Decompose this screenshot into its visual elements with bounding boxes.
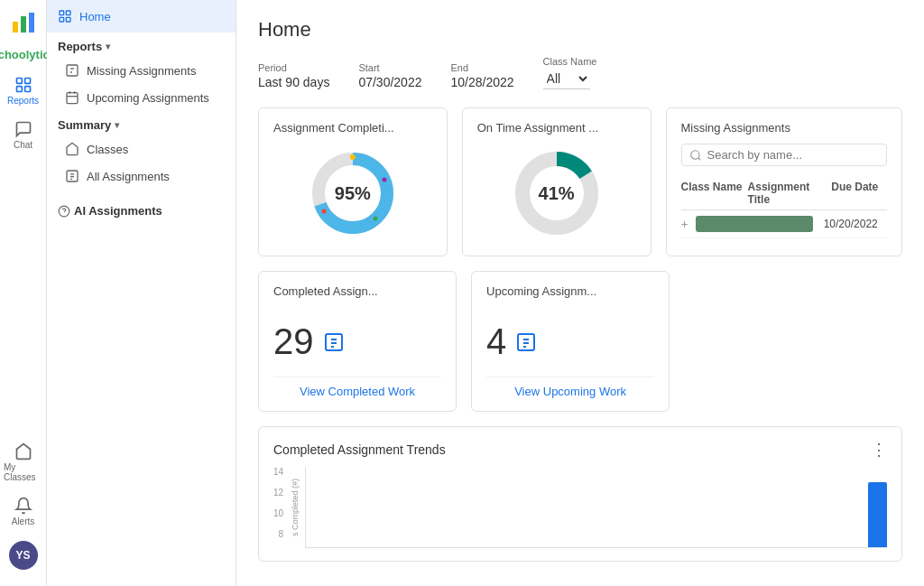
search-icon <box>689 149 702 162</box>
svg-rect-1 <box>13 22 18 33</box>
sidebar-item-missing-assignments[interactable]: Missing Assignments <box>47 57 236 84</box>
view-completed-link[interactable]: View Completed Work <box>273 377 441 398</box>
card-upcoming-title: Upcoming Assignm... <box>486 284 654 298</box>
missing-bar <box>696 216 813 232</box>
sidebar-home[interactable]: Home <box>47 0 236 33</box>
due-date: 10/20/2022 <box>824 218 878 230</box>
icon-bar-myclasses-label: My Classes <box>4 462 42 482</box>
filter-bar: Period Last 90 days Start 07/30/2022 End… <box>258 56 902 89</box>
svg-point-33 <box>690 150 698 158</box>
col-header-title: Assignment Title <box>748 181 832 206</box>
reports-dropdown-icon: ▾ <box>106 42 110 51</box>
sidebar-item-upcoming-assignments[interactable]: Upcoming Assignments <box>47 84 236 111</box>
upcoming-count-body: 4 <box>486 307 654 369</box>
missing-table-header: Class Name Assignment Title Due Date <box>681 177 887 210</box>
svg-rect-3 <box>29 13 34 33</box>
icon-bar-reports-label: Reports <box>7 96 39 106</box>
svg-rect-5 <box>24 79 30 84</box>
svg-rect-9 <box>66 11 70 15</box>
svg-point-27 <box>350 154 356 160</box>
icon-bar-myclasses[interactable]: My Classes <box>0 435 46 489</box>
svg-point-28 <box>382 178 386 182</box>
y-label-14: 14 <box>273 467 283 477</box>
svg-rect-11 <box>66 17 70 22</box>
sidebar-section-summary-label: Summary <box>58 118 111 132</box>
filter-end-value: 10/28/2022 <box>450 75 513 89</box>
trend-chart-container: 14 12 10 8 s Completed (#) <box>273 467 887 548</box>
card-upcoming: Upcoming Assignm... 4 View Upcoming Work <box>471 271 670 412</box>
y-axis-labels: 14 12 10 8 <box>273 467 287 539</box>
missing-search-input[interactable] <box>707 148 879 162</box>
y-label-12: 12 <box>273 488 283 498</box>
main-content: Home Period Last 90 days Start 07/30/202… <box>236 0 924 586</box>
trend-menu-btn[interactable]: ⋮ <box>871 440 887 460</box>
icon-bar-reports[interactable]: Reports <box>0 69 46 113</box>
card-ontime: On Time Assignment ... 41% <box>462 107 651 256</box>
sidebar-section-summary[interactable]: Summary ▾ <box>47 111 236 135</box>
icon-bar: Schoolytics Reports Chat My Classes Aler… <box>0 0 47 586</box>
donut-completion-label: 95% <box>335 183 371 204</box>
svg-line-34 <box>698 157 700 160</box>
completed-count-body: 29 <box>273 307 441 369</box>
col-header-date: Due Date <box>831 181 887 206</box>
y-label-8: 8 <box>273 529 283 539</box>
sidebar-ai-label: AI Assignments <box>74 204 162 218</box>
completed-icon <box>323 331 345 353</box>
svg-rect-12 <box>67 65 78 76</box>
sidebar-section-ai[interactable]: AI Assignments <box>47 197 236 221</box>
sidebar-item-classes[interactable]: Classes <box>47 135 236 163</box>
sidebar-item-missing-label: Missing Assignments <box>87 64 196 78</box>
svg-rect-2 <box>21 16 26 33</box>
card-completion-title: Assignment Completi... <box>273 121 432 135</box>
sidebar-item-all-assignments[interactable]: All Assignments <box>47 163 236 190</box>
svg-rect-4 <box>16 79 22 84</box>
sidebar: Home Reports ▾ Missing Assignments Upcom… <box>47 0 236 586</box>
trend-header: Completed Assignment Trends ⋮ <box>273 440 887 460</box>
expand-row-btn[interactable]: + <box>681 217 692 231</box>
y-label-10: 10 <box>273 508 283 518</box>
filter-start: Start 07/30/2022 <box>358 62 421 89</box>
app-logo <box>9 9 38 41</box>
y-axis-title: s Completed (#) <box>291 467 300 548</box>
sidebar-section-reports[interactable]: Reports ▾ <box>47 33 236 57</box>
svg-rect-10 <box>60 17 64 22</box>
icon-bar-alerts-label: Alerts <box>12 516 35 526</box>
filter-class-select[interactable]: All <box>543 69 590 89</box>
top-cards-row: Assignment Completi... 95% On Time Assi <box>258 107 902 256</box>
icon-bar-chat[interactable]: Chat <box>0 113 46 157</box>
icon-bar-bottom: My Classes Alerts YS <box>0 435 46 586</box>
spacer <box>684 271 902 412</box>
trend-title: Completed Assignment Trends <box>273 442 446 457</box>
sidebar-item-upcoming-label: Upcoming Assignments <box>87 91 209 105</box>
chart-bar-29 <box>868 482 887 547</box>
card-missing-assignments: Missing Assignments Class Name Assignmen… <box>666 107 902 256</box>
svg-point-29 <box>321 209 326 214</box>
upcoming-icon <box>515 331 537 353</box>
icon-bar-alerts[interactable]: Alerts <box>0 489 46 534</box>
filter-period-value: Last 90 days <box>258 75 329 89</box>
svg-rect-7 <box>24 87 30 92</box>
donut-completion: 95% <box>273 144 432 243</box>
sidebar-home-label: Home <box>79 10 111 23</box>
card-completed: Completed Assign... 29 View Completed Wo… <box>258 271 457 412</box>
filter-start-label: Start <box>358 62 421 73</box>
sidebar-item-all-assignments-label: All Assignments <box>87 170 170 183</box>
card-assignment-completion: Assignment Completi... 95% <box>258 107 448 256</box>
table-row: + 10/20/2022 <box>681 210 887 238</box>
view-upcoming-link[interactable]: View Upcoming Work <box>486 377 654 398</box>
filter-class-name[interactable]: Class Name All <box>543 56 597 89</box>
sidebar-section-reports-label: Reports <box>58 40 102 53</box>
svg-rect-6 <box>16 87 22 92</box>
svg-rect-8 <box>60 11 64 15</box>
user-avatar[interactable]: YS <box>9 541 38 570</box>
donut-ontime-label: 41% <box>539 183 575 204</box>
filter-end: End 10/28/2022 <box>450 62 513 89</box>
trend-card: Completed Assignment Trends ⋮ 14 12 10 8… <box>258 426 902 562</box>
missing-search-box[interactable] <box>681 144 887 166</box>
sidebar-item-classes-label: Classes <box>87 143 128 156</box>
count-cards-row: Completed Assign... 29 View Completed Wo… <box>258 271 902 412</box>
icon-bar-chat-label: Chat <box>14 140 32 150</box>
svg-rect-15 <box>67 93 78 104</box>
card-completed-title: Completed Assign... <box>273 284 441 298</box>
filter-period: Period Last 90 days <box>258 62 329 89</box>
